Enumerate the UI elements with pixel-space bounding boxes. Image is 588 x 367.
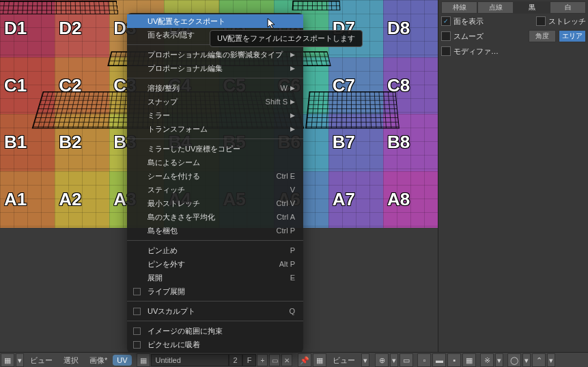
pin-icon[interactable]: 📌	[298, 353, 311, 367]
outline-button[interactable]: 枠線	[441, 1, 477, 14]
menu-item-label: ミラーしたUV座標をコピー	[148, 144, 240, 154]
uv-mesh-wire	[292, 1, 341, 11]
menu-checkbox	[133, 341, 141, 349]
menu-item[interactable]: 展開E	[127, 271, 303, 284]
dropdown-icon[interactable]: ▾	[495, 353, 503, 367]
menu-item-label: シームを付ける	[148, 171, 200, 181]
menu-item-label: UVスカルプト	[148, 306, 195, 317]
dropdown-icon[interactable]: ▾	[547, 353, 555, 367]
menu-separator	[127, 301, 303, 302]
snap-icon[interactable]: ※	[480, 353, 494, 367]
vert-select-icon[interactable]: ▫	[417, 353, 431, 367]
menu-item-label: 展開	[148, 273, 163, 283]
show-faces-checkbox[interactable]: ✓	[441, 16, 451, 26]
menu-item-label: プロポーショナル編集の影響減衰タイプ	[148, 50, 283, 60]
menu-item-label: 面を表示/隠す	[148, 30, 195, 40]
menu-shortcut: V	[290, 186, 295, 194]
img-icon[interactable]: ▦	[313, 353, 326, 367]
menu-item-label: ピンを外す	[148, 259, 185, 269]
show-faces-label: 面を表示	[453, 16, 484, 27]
menu-item-label: ピン止め	[148, 246, 178, 256]
stretch-label: ストレッチ	[548, 16, 586, 27]
menu-item[interactable]: 最小ストレッチCtrl V	[127, 196, 303, 210]
unlink-button[interactable]: ✕	[281, 354, 292, 366]
menu-item[interactable]: トランスフォーム▶	[127, 122, 303, 136]
select-menu[interactable]: 選択	[58, 353, 84, 367]
menu-shortcut: Shift S	[266, 98, 288, 106]
uv-context-menu[interactable]: UV配置をエクスポート面を表示/隠す▶プロポーショナル編集の影響減衰タイプ▶プロ…	[127, 13, 303, 353]
menu-shortcut: Q	[289, 307, 295, 315]
menu-item-label: ミラー	[148, 111, 170, 121]
submenu-arrow-icon: ▶	[290, 51, 295, 58]
menu-item[interactable]: ピンを外すAlt P	[127, 257, 303, 271]
grid-cell: D8	[383, 0, 438, 57]
submenu-arrow-icon: ▶	[290, 98, 295, 105]
editor-type-icon[interactable]: ▦	[1, 353, 14, 367]
menu-item-label: トランスフォーム	[148, 124, 208, 134]
falloff-icon[interactable]: ⌃	[532, 353, 546, 367]
menu-item-label: 溶接/整列	[148, 83, 180, 93]
menu-shortcut: E	[290, 274, 295, 282]
menu-item[interactable]: イメージの範囲に拘束	[127, 324, 303, 338]
modifier-checkbox[interactable]	[441, 46, 451, 56]
right-panel: 枠線 点線 黒 白 ✓ 面を表示 ストレッチ スムーズ 角度 エリア モディファ…	[438, 0, 588, 352]
black-button[interactable]: 黒	[514, 1, 550, 14]
menu-shortcut: W	[281, 84, 288, 92]
white-button[interactable]: 白	[550, 1, 586, 14]
smooth-checkbox[interactable]	[441, 31, 451, 41]
menu-item[interactable]: プロポーショナル編集の影響減衰タイプ▶	[127, 48, 303, 61]
menu-item-label: スナップ	[148, 97, 178, 107]
sync-icon[interactable]: ▭	[400, 353, 413, 367]
menu-item[interactable]: 島によるシーム	[127, 156, 303, 169]
island-select-icon[interactable]: ▦	[462, 353, 476, 367]
angle-button[interactable]: 角度	[529, 30, 556, 42]
proportional-icon[interactable]: ◯	[507, 353, 521, 367]
menu-item[interactable]: 溶接/整列W ▶	[127, 81, 303, 95]
expand-icon[interactable]: ▾	[16, 353, 24, 367]
view-menu[interactable]: ビュー	[25, 353, 58, 367]
menu-item[interactable]: ミラーしたUV座標をコピー	[127, 142, 303, 156]
dropdown-icon[interactable]: ▾	[390, 353, 398, 367]
uv-mesh-wire	[0, 1, 118, 14]
open-button[interactable]: ▭	[269, 354, 280, 366]
add-button[interactable]: +	[257, 354, 268, 366]
fake-user-button[interactable]: F	[242, 354, 257, 366]
menu-separator	[127, 240, 303, 241]
cursor-tool-icon[interactable]: ⊕	[375, 353, 389, 367]
menu-item[interactable]: スティッチV	[127, 183, 303, 196]
menu-item[interactable]: ピクセルに吸着	[127, 338, 303, 351]
users-count[interactable]: 2	[229, 354, 242, 366]
menu-item[interactable]: ピン止めP	[127, 244, 303, 257]
stretch-checkbox[interactable]	[536, 16, 546, 26]
menu-checkbox	[133, 288, 141, 295]
menu-item[interactable]: 島の大きさを平均化Ctrl A	[127, 210, 303, 224]
smooth-label: スムーズ	[453, 31, 484, 42]
menu-item[interactable]: スナップShift S ▶	[127, 95, 303, 108]
menu-shortcut: Ctrl A	[277, 213, 295, 221]
face-select-icon[interactable]: ▪	[447, 353, 461, 367]
uv-menu-active[interactable]: UV	[113, 355, 131, 366]
image-menu[interactable]: 画像*	[84, 353, 113, 367]
view-mode[interactable]: ビュー	[327, 353, 361, 367]
menu-checkbox	[133, 308, 141, 315]
menu-shortcut: Alt P	[279, 260, 295, 268]
dropdown-icon[interactable]: ▾	[522, 353, 531, 367]
menu-item[interactable]: シームを付けるCtrl E	[127, 169, 303, 183]
image-icon[interactable]: ▦	[137, 353, 150, 367]
submenu-arrow-icon: ▶	[290, 112, 295, 119]
menu-item[interactable]: 島を梱包Ctrl P	[127, 224, 303, 237]
menu-item-label: スティッチ	[148, 185, 185, 195]
menu-item[interactable]: ライブ展開	[127, 284, 303, 298]
dropdown-icon[interactable]: ▾	[361, 353, 369, 367]
menu-item[interactable]: UV配置をエクスポート	[127, 14, 303, 28]
menu-checkbox	[133, 327, 141, 335]
image-name-field[interactable]: Untitled	[151, 354, 229, 366]
edge-select-icon[interactable]: ▬	[432, 353, 446, 367]
area-button[interactable]: エリア	[559, 30, 586, 42]
menu-item[interactable]: プロポーショナル編集▶	[127, 61, 303, 75]
menu-item[interactable]: UVスカルプトQ	[127, 304, 303, 318]
menu-item[interactable]: ミラー▶	[127, 108, 303, 122]
grid-cell: A7	[328, 171, 383, 229]
dash-button[interactable]: 点線	[477, 1, 514, 14]
grid-cell: A8	[383, 171, 438, 229]
